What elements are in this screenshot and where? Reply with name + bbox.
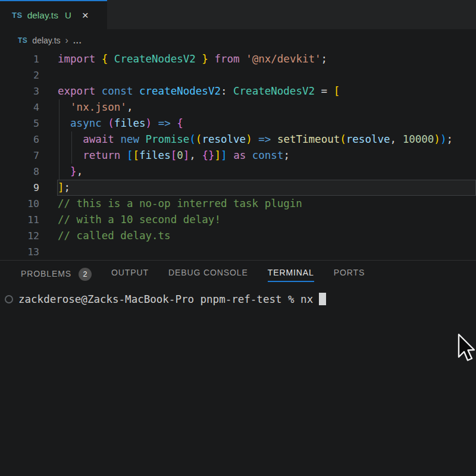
code-text: // this is a no-op interred task plugin <box>52 196 476 212</box>
indent-guide <box>59 131 60 148</box>
close-icon[interactable]: × <box>82 10 89 21</box>
terminal-prompt: zackderose@Zacks-MacBook-Pro pnpm-ref-te… <box>18 293 313 305</box>
line-number: 6 <box>0 131 52 148</box>
code-line-1[interactable]: 1import { CreateNodesV2 } from '@nx/devk… <box>0 51 476 67</box>
code-text <box>52 67 476 83</box>
panel-tab-output[interactable]: OUTPUT <box>111 268 149 282</box>
line-number: 1 <box>0 51 52 67</box>
panel-tab-bar: PROBLEMS2OUTPUTDEBUG CONSOLETERMINALPORT… <box>0 261 476 287</box>
code-text: async (files) => { <box>52 115 476 131</box>
code-text: // with a 10 second delay! <box>52 212 476 228</box>
chevron-right-icon: › <box>65 35 68 46</box>
code-text: ]; <box>52 180 476 196</box>
code-text: import { CreateNodesV2 } from '@nx/devki… <box>52 51 476 67</box>
bottom-panel: PROBLEMS2OUTPUTDEBUG CONSOLETERMINALPORT… <box>0 260 476 476</box>
code-line-3[interactable]: 3export const createNodesV2: CreateNodes… <box>0 83 476 99</box>
indent-guide <box>59 115 60 131</box>
line-number: 2 <box>0 67 52 83</box>
code-text: await new Promise((resolve) => setTimeou… <box>52 131 476 148</box>
panel-tab-label: PROBLEMS <box>21 269 71 283</box>
code-line-5[interactable]: 5 async (files) => { <box>0 115 476 131</box>
breadcrumb[interactable]: TS delay.ts › ... <box>0 29 476 51</box>
code-text: return [[files[0], {}]] as const; <box>52 148 476 164</box>
tab-delay-ts[interactable]: TS delay.ts U × <box>0 0 107 29</box>
line-number: 11 <box>0 212 52 228</box>
code-lines: 1import { CreateNodesV2 } from '@nx/devk… <box>0 51 476 260</box>
line-number: 10 <box>0 196 52 212</box>
typescript-file-icon: TS <box>12 11 23 20</box>
typescript-file-icon: TS <box>18 36 27 45</box>
line-number: 4 <box>0 99 52 115</box>
code-line-2[interactable]: 2 <box>0 67 476 83</box>
terminal-command-circle-icon <box>5 295 13 303</box>
code-line-11[interactable]: 11// with a 10 second delay! <box>0 212 476 228</box>
problems-count-badge: 2 <box>79 268 92 281</box>
breadcrumb-ellipsis[interactable]: ... <box>73 36 82 45</box>
indent-guide <box>71 131 72 148</box>
indent-guide <box>71 148 72 164</box>
code-line-8[interactable]: 8 }, <box>0 164 476 180</box>
code-line-4[interactable]: 4 'nx.json', <box>0 99 476 115</box>
code-text: 'nx.json', <box>52 99 476 115</box>
code-line-6[interactable]: 6 await new Promise((resolve) => setTime… <box>0 131 476 148</box>
line-number: 3 <box>0 83 52 99</box>
breadcrumb-filename[interactable]: delay.ts <box>32 36 60 45</box>
panel-tab-label: DEBUG CONSOLE <box>168 268 248 282</box>
code-line-7[interactable]: 7 return [[files[0], {}]] as const; <box>0 148 476 164</box>
code-line-13[interactable]: 13 <box>0 244 476 260</box>
line-number: 8 <box>0 164 52 180</box>
panel-tab-label: PORTS <box>334 268 365 282</box>
line-number: 7 <box>0 148 52 164</box>
panel-tab-terminal[interactable]: TERMINAL <box>268 268 314 282</box>
line-number: 9 <box>0 180 52 196</box>
code-text <box>52 244 476 260</box>
git-status-badge: U <box>65 10 71 20</box>
code-editor[interactable]: 1import { CreateNodesV2 } from '@nx/devk… <box>0 51 476 260</box>
code-line-9[interactable]: 9]; <box>0 180 476 196</box>
code-text: export const createNodesV2: CreateNodesV… <box>52 83 476 99</box>
terminal-cursor <box>319 293 326 305</box>
line-number: 12 <box>0 228 52 244</box>
code-line-12[interactable]: 12// called delay.ts <box>0 228 476 244</box>
tab-filename: delay.ts <box>27 10 58 21</box>
panel-tab-problems[interactable]: PROBLEMS2 <box>21 268 92 284</box>
panel-tab-debug-console[interactable]: DEBUG CONSOLE <box>168 268 248 282</box>
line-number: 13 <box>0 244 52 260</box>
line-number: 5 <box>0 115 52 131</box>
panel-tab-ports[interactable]: PORTS <box>334 268 365 282</box>
code-text: }, <box>52 164 476 180</box>
indent-guide <box>59 164 60 180</box>
indent-guide <box>59 99 60 115</box>
code-text: // called delay.ts <box>52 228 476 244</box>
code-line-10[interactable]: 10// this is a no-op interred task plugi… <box>0 196 476 212</box>
panel-tab-label: OUTPUT <box>111 268 149 282</box>
terminal[interactable]: zackderose@Zacks-MacBook-Pro pnpm-ref-te… <box>0 293 476 305</box>
editor-tab-bar: TS delay.ts U × <box>0 0 476 29</box>
indent-guide <box>59 148 60 164</box>
panel-tab-label: TERMINAL <box>268 268 314 282</box>
